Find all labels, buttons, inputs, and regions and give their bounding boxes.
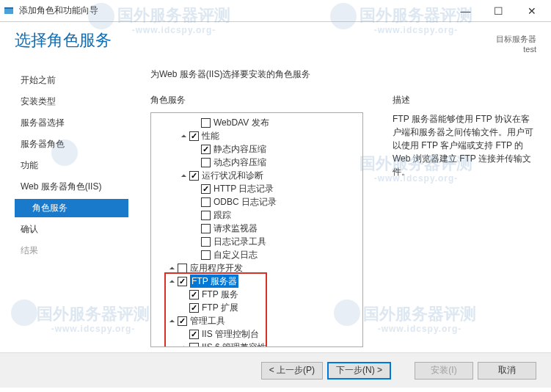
checkbox[interactable] bbox=[189, 303, 199, 313]
checkbox[interactable] bbox=[189, 343, 199, 348]
tree-label[interactable]: 性能 bbox=[202, 129, 219, 142]
window-title: 添加角色和功能向导 bbox=[19, 4, 449, 17]
collapse-icon[interactable] bbox=[167, 264, 176, 272]
app-icon bbox=[3, 5, 15, 17]
checkbox[interactable] bbox=[189, 290, 199, 300]
sidebar-step-5[interactable]: Web 服务器角色(IIS) bbox=[15, 178, 128, 196]
svg-rect-1 bbox=[4, 7, 13, 9]
install-button[interactable]: 安装(I) bbox=[415, 362, 473, 380]
tree-node-1[interactable]: 性能 bbox=[156, 129, 358, 142]
tree-node-7[interactable]: 跟踪 bbox=[156, 208, 358, 222]
checkbox[interactable] bbox=[201, 158, 211, 167]
tree-label[interactable]: ODBC 日志记录 bbox=[214, 195, 277, 208]
wizard-steps-sidebar: 开始之前安装类型服务器选择服务器角色功能Web 服务器角色(IIS)角色服务确认… bbox=[15, 68, 128, 347]
cancel-button[interactable]: 取消 bbox=[478, 362, 536, 380]
expand-placeholder bbox=[191, 197, 200, 206]
tree-label[interactable]: IIS 6 管理兼容性 bbox=[202, 341, 266, 347]
sidebar-step-6[interactable]: 角色服务 bbox=[15, 199, 128, 217]
tree-label[interactable]: 跟踪 bbox=[214, 208, 231, 222]
tree-node-8[interactable]: 请求监视器 bbox=[156, 222, 358, 235]
tree-node-9[interactable]: 日志记录工具 bbox=[156, 235, 358, 248]
checkbox[interactable] bbox=[201, 184, 211, 194]
tree-node-5[interactable]: HTTP 日志记录 bbox=[156, 182, 358, 195]
tree-node-10[interactable]: 自定义日志 bbox=[156, 248, 358, 261]
checkbox[interactable] bbox=[201, 145, 211, 154]
close-button[interactable]: ✕ bbox=[515, 1, 548, 21]
collapse-icon[interactable] bbox=[179, 171, 188, 180]
tree-label[interactable]: 请求监视器 bbox=[214, 222, 258, 235]
collapse-icon[interactable] bbox=[179, 343, 188, 347]
tree-node-6[interactable]: ODBC 日志记录 bbox=[156, 195, 358, 208]
collapse-icon[interactable] bbox=[167, 277, 176, 286]
tree-header: 角色服务 bbox=[150, 94, 363, 106]
expand-placeholder bbox=[191, 237, 200, 246]
collapse-icon[interactable] bbox=[179, 131, 188, 140]
checkbox[interactable] bbox=[178, 264, 187, 273]
checkbox[interactable] bbox=[189, 171, 199, 181]
tree-label[interactable]: 应用程序开发 bbox=[190, 261, 243, 275]
tree-label[interactable]: FTP 服务 bbox=[202, 288, 238, 301]
description-text: FTP 服务器能够使用 FTP 协议在客户端和服务器之间传输文件。用户可以使用 … bbox=[393, 112, 536, 178]
next-button[interactable]: 下一步(N) > bbox=[327, 362, 391, 380]
tree-label[interactable]: 自定义日志 bbox=[214, 248, 258, 261]
collapse-icon[interactable] bbox=[167, 316, 176, 325]
checkbox[interactable] bbox=[178, 316, 187, 326]
tree-node-16[interactable]: IIS 管理控制台 bbox=[156, 327, 358, 341]
sidebar-step-7[interactable]: 确认 bbox=[15, 220, 128, 239]
checkbox[interactable] bbox=[201, 211, 211, 220]
tree-label[interactable]: 运行状况和诊断 bbox=[202, 169, 263, 182]
tree-label[interactable]: WebDAV 发布 bbox=[214, 116, 269, 129]
titlebar: 添加角色和功能向导 — ☐ ✕ bbox=[0, 0, 551, 22]
expand-placeholder bbox=[191, 184, 200, 193]
tree-node-14[interactable]: FTP 扩展 bbox=[156, 301, 358, 314]
sidebar-step-3[interactable]: 服务器角色 bbox=[15, 135, 128, 153]
tree-label[interactable]: 管理工具 bbox=[190, 314, 225, 327]
tree-node-15[interactable]: 管理工具 bbox=[156, 314, 358, 327]
previous-button[interactable]: < 上一步(P) bbox=[261, 362, 323, 380]
description-header: 描述 bbox=[393, 94, 536, 106]
maximize-button[interactable]: ☐ bbox=[482, 1, 515, 21]
checkbox[interactable] bbox=[201, 224, 211, 233]
wizard-footer: < 上一步(P) 下一步(N) > 安装(I) 取消 bbox=[0, 352, 551, 388]
tree-label[interactable]: 动态内容压缩 bbox=[214, 156, 266, 169]
sidebar-step-4[interactable]: 功能 bbox=[15, 156, 128, 175]
tree-node-0[interactable]: WebDAV 发布 bbox=[156, 116, 358, 129]
expand-placeholder bbox=[191, 211, 200, 219]
expand-placeholder bbox=[191, 250, 200, 259]
checkbox[interactable] bbox=[201, 197, 211, 207]
page-title: 选择角色服务 bbox=[15, 29, 496, 51]
tree-label[interactable]: FTP 服务器 bbox=[190, 275, 238, 288]
expand-placeholder bbox=[191, 145, 200, 153]
target-server-info: 目标服务器 test bbox=[496, 29, 536, 54]
sidebar-step-2[interactable]: 服务器选择 bbox=[15, 114, 128, 132]
expand-placeholder bbox=[179, 303, 188, 312]
sidebar-step-0[interactable]: 开始之前 bbox=[15, 71, 128, 90]
expand-placeholder bbox=[179, 330, 188, 338]
tree-label[interactable]: HTTP 日志记录 bbox=[214, 182, 274, 195]
instruction-text: 为Web 服务器(IIS)选择要安装的角色服务 bbox=[150, 68, 536, 81]
tree-node-11[interactable]: 应用程序开发 bbox=[156, 261, 358, 275]
checkbox[interactable] bbox=[178, 277, 187, 286]
tree-node-3[interactable]: 动态内容压缩 bbox=[156, 156, 358, 169]
tree-node-4[interactable]: 运行状况和诊断 bbox=[156, 169, 358, 182]
tree-node-17[interactable]: IIS 6 管理兼容性 bbox=[156, 341, 358, 347]
expand-placeholder bbox=[179, 290, 188, 299]
tree-label[interactable]: IIS 管理控制台 bbox=[202, 327, 259, 341]
sidebar-step-8: 结果 bbox=[15, 242, 128, 260]
checkbox[interactable] bbox=[201, 237, 211, 247]
expand-placeholder bbox=[191, 158, 200, 167]
expand-placeholder bbox=[191, 224, 200, 233]
sidebar-step-1[interactable]: 安装类型 bbox=[15, 92, 128, 111]
minimize-button[interactable]: — bbox=[449, 1, 482, 21]
tree-node-12[interactable]: FTP 服务器 bbox=[156, 275, 358, 288]
tree-node-2[interactable]: 静态内容压缩 bbox=[156, 142, 358, 156]
role-services-tree[interactable]: WebDAV 发布性能静态内容压缩动态内容压缩运行状况和诊断HTTP 日志记录O… bbox=[150, 112, 363, 347]
tree-node-13[interactable]: FTP 服务 bbox=[156, 288, 358, 301]
checkbox[interactable] bbox=[189, 131, 199, 141]
checkbox[interactable] bbox=[189, 330, 199, 339]
checkbox[interactable] bbox=[201, 118, 211, 128]
tree-label[interactable]: 日志记录工具 bbox=[214, 235, 266, 248]
checkbox[interactable] bbox=[201, 250, 211, 260]
tree-label[interactable]: 静态内容压缩 bbox=[214, 142, 266, 156]
tree-label[interactable]: FTP 扩展 bbox=[202, 301, 238, 314]
